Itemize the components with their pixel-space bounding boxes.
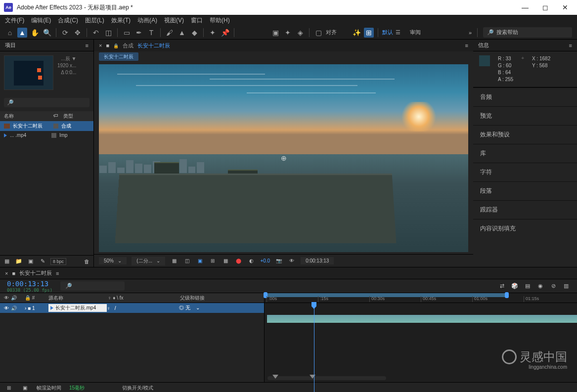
orbit-tool[interactable]: ⟳ xyxy=(60,28,70,38)
magic-icon[interactable]: ✨ xyxy=(352,28,361,38)
panel-character[interactable]: 字符 xyxy=(473,163,577,181)
timecode-display[interactable]: 0:00:13:13 xyxy=(7,280,52,288)
new-folder-icon[interactable]: 📁 xyxy=(15,258,23,264)
current-time-display[interactable]: 0:00:13:13 xyxy=(301,257,334,264)
timeline-search-input[interactable]: 🔎 xyxy=(60,281,125,291)
col-parent[interactable]: 父级和链接 xyxy=(180,295,229,302)
panel-libraries[interactable]: 库 xyxy=(473,144,577,163)
lock-icon[interactable] xyxy=(113,43,119,48)
undo-icon[interactable]: ↶ xyxy=(91,28,101,38)
search-help-input[interactable]: 🔎 搜索帮助 xyxy=(483,27,572,38)
audio-column-icon[interactable]: 🔊 xyxy=(11,295,17,301)
menu-edit[interactable]: 编辑(E) xyxy=(31,16,51,25)
snap-pixel-icon[interactable]: ⊞ xyxy=(364,28,374,38)
channel-icon[interactable]: ⬤ xyxy=(234,258,242,263)
open-comp-tab[interactable]: 长安十二时辰 xyxy=(137,42,170,49)
shape-overlay-icon[interactable]: ▣ xyxy=(270,28,280,38)
resolution-dropdown[interactable]: (二分... ⌄ xyxy=(132,257,165,265)
transparent-grid-icon[interactable]: ▦ xyxy=(170,258,178,263)
lock-column-icon[interactable]: 🔒 xyxy=(25,295,31,301)
exposure-reset-icon[interactable]: ◐ xyxy=(247,258,255,263)
new-comp-icon[interactable]: ▣ xyxy=(27,258,35,264)
project-search-input[interactable]: 🔎 xyxy=(4,98,89,107)
eraser-tool[interactable]: ◆ xyxy=(189,28,199,38)
guides-icon[interactable]: ▦ xyxy=(222,258,229,263)
menu-animation[interactable]: 动画(A) xyxy=(137,16,157,25)
shy-icon[interactable]: ▤ xyxy=(524,283,532,289)
project-item-video[interactable]: ... .mp4 Imp xyxy=(0,131,93,139)
info-panel-tab[interactable]: 信息 xyxy=(478,42,489,49)
comp-panel-menu-icon[interactable]: ≡ xyxy=(465,43,468,48)
menu-file[interactable]: 文件(F) xyxy=(5,16,24,25)
switch-modes-button[interactable]: 切换开关/模式 xyxy=(122,385,153,392)
selection-tool[interactable]: ▲ xyxy=(17,28,27,38)
timeline-tab-menu-icon[interactable]: ≡ xyxy=(56,270,59,276)
trash-icon[interactable]: 🗑 xyxy=(83,259,90,264)
col-name[interactable]: 名称 xyxy=(4,113,48,120)
menu-view[interactable]: 视图(V) xyxy=(164,16,184,25)
pan-behind-tool[interactable]: ✥ xyxy=(73,28,83,38)
menu-layer[interactable]: 图层(L) xyxy=(85,16,104,25)
timeline-tab[interactable]: 长安十二时辰 xyxy=(19,269,52,277)
panel-paragraph[interactable]: 段落 xyxy=(473,181,577,200)
grid-icon[interactable]: ⊞ xyxy=(209,258,217,263)
comp-breadcrumb[interactable]: 长安十二时辰 xyxy=(99,52,138,61)
rectangle-tool[interactable]: ▭ xyxy=(122,28,132,38)
mask-tool[interactable]: ◫ xyxy=(103,28,113,38)
col-type[interactable]: 类型 xyxy=(63,113,73,120)
close-button[interactable]: ✕ xyxy=(562,3,568,11)
composition-viewer[interactable]: ⊕ xyxy=(99,64,468,252)
interpret-icon[interactable]: ▦ xyxy=(3,258,11,264)
workspace-overflow-icon[interactable]: » xyxy=(469,30,472,36)
snapshot-icon[interactable]: 📷 xyxy=(275,258,283,263)
zoom-dropdown[interactable]: 50% ⌄ xyxy=(99,257,127,264)
project-item-comp[interactable]: 长安十二时辰 合成 xyxy=(0,121,93,131)
zoom-tool[interactable]: 🔍 xyxy=(42,28,52,38)
toggle-modes-icon[interactable]: ▣ xyxy=(21,385,29,391)
align-label[interactable]: 对齐 xyxy=(326,29,337,36)
panel-effects-presets[interactable]: 效果和预设 xyxy=(473,125,577,144)
motion-blur-icon[interactable]: ⊘ xyxy=(549,283,557,289)
maximize-button[interactable]: ◻ xyxy=(542,3,548,11)
panel-content-aware[interactable]: 内容识别填充 xyxy=(473,219,577,238)
workspace-menu-icon[interactable]: ☰ xyxy=(396,29,400,36)
pen-tool[interactable]: ✒ xyxy=(134,28,144,38)
snap-icon[interactable]: ✦ xyxy=(283,28,293,38)
layer-visibility-toggle[interactable] xyxy=(4,305,9,311)
frame-blend-icon[interactable]: ◉ xyxy=(536,283,544,289)
exposure-value[interactable]: +0.0 xyxy=(260,258,270,263)
mask-toggle-icon[interactable]: ◫ xyxy=(183,258,191,263)
toggle-switches-icon[interactable]: ⊞ xyxy=(5,385,13,391)
panel-menu-icon[interactable]: ≡ xyxy=(86,43,89,48)
menu-effect[interactable]: 效果(T) xyxy=(111,16,131,25)
puppet-tool[interactable]: 📌 xyxy=(220,28,230,38)
col-tag[interactable]: 🏷 xyxy=(53,113,58,120)
graph-editor-icon[interactable]: ▥ xyxy=(562,283,570,289)
time-ruler[interactable]: :00s :15s 00:30s 00:45s 01:00s 01:15s xyxy=(265,293,577,303)
3d-icon[interactable]: ◈ xyxy=(295,28,305,38)
project-thumbnail[interactable] xyxy=(4,55,53,90)
align-box-icon[interactable]: ▢ xyxy=(313,28,323,38)
col-switches[interactable]: ♀ ♦ \ fx xyxy=(108,295,180,301)
brush-tool[interactable]: 🖌 xyxy=(165,28,175,38)
timeline-layer-row[interactable]: 🔊 › ■ 1 长安十二时辰.mp4 ♀ / ◎ 无 ⌄ xyxy=(0,303,264,313)
menu-composition[interactable]: 合成(C) xyxy=(58,16,78,25)
playhead[interactable] xyxy=(314,303,314,392)
workspace-review[interactable]: 审阅 xyxy=(410,29,421,36)
home-tool[interactable]: ⌂ xyxy=(5,28,15,38)
eye-column-icon[interactable] xyxy=(4,295,9,301)
comp-mini-flow-icon[interactable]: ⇄ xyxy=(498,283,506,289)
close-comp-icon[interactable]: × xyxy=(99,43,102,48)
draft3d-icon[interactable]: 🎲 xyxy=(511,283,519,289)
bpc-toggle[interactable]: 8 bpc xyxy=(50,258,66,265)
workspace-default[interactable]: 默认 xyxy=(382,29,393,36)
menu-window[interactable]: 窗口 xyxy=(191,16,203,25)
minimize-button[interactable]: — xyxy=(522,3,529,11)
type-tool[interactable]: T xyxy=(146,28,156,38)
region-icon[interactable]: ▣ xyxy=(196,258,204,263)
menu-help[interactable]: 帮助(H) xyxy=(210,16,230,25)
roto-tool[interactable]: ✦ xyxy=(208,28,218,38)
clone-tool[interactable]: ▲ xyxy=(177,28,187,38)
panel-preview[interactable]: 预览 xyxy=(473,106,577,125)
show-snapshot-icon[interactable]: 👁 xyxy=(288,258,296,263)
